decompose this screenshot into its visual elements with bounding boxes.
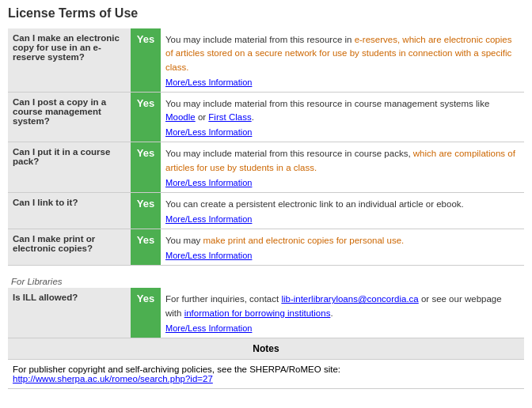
table-row: Can I link to it? Yes You can create a p… [8, 192, 524, 229]
question-cell: Can I make print or electronic copies? [8, 229, 131, 266]
notes-label: Notes [8, 338, 524, 359]
table-row: Can I put it in a course pack? Yes You m… [8, 142, 524, 193]
borrowing-link[interactable]: information for borrowing institutions [184, 308, 331, 318]
info-cell: You may make print and electronic copies… [161, 229, 524, 266]
more-less-link[interactable]: More/Less Information [165, 127, 519, 137]
table-row: Can I make an electronic copy for use in… [8, 28, 524, 92]
question-cell: Can I put it in a course pack? [8, 142, 131, 193]
yes-badge: Yes [131, 192, 161, 229]
info-text: You may make print and electronic copies… [165, 234, 519, 247]
info-cell: For further inquiries, contact lib-inter… [161, 288, 524, 338]
page-title: License Terms of Use [8, 6, 524, 21]
more-less-link[interactable]: More/Less Information [165, 214, 519, 224]
license-table: Can I make an electronic copy for use in… [8, 28, 524, 266]
yes-badge: Yes [131, 28, 161, 92]
question-cell: Can I link to it? [8, 192, 131, 229]
info-text: You may include material from this resou… [165, 97, 519, 125]
more-less-link[interactable]: More/Less Information [165, 251, 519, 260]
yes-badge: Yes [131, 229, 161, 266]
page-wrapper: License Terms of Use Can I make an elect… [0, 0, 532, 402]
more-less-link[interactable]: More/Less Information [165, 77, 519, 87]
notes-content-row: For publisher copyright and self-archivi… [8, 359, 524, 388]
yes-badge: Yes [131, 142, 161, 193]
question-cell: Can I make an electronic copy for use in… [8, 28, 131, 92]
table-row: Can I post a copy in a course management… [8, 92, 524, 142]
ill-table: Is ILL allowed? Yes For further inquirie… [8, 288, 524, 389]
info-text: You may include material from this resou… [165, 147, 519, 175]
moodle-link[interactable]: Moodle [165, 112, 196, 122]
more-less-link[interactable]: More/Less Information [165, 178, 519, 187]
more-less-link[interactable]: More/Less Information [165, 323, 519, 333]
info-cell: You may include material from this resou… [161, 142, 524, 193]
info-text: You can create a persistent electronic l… [165, 198, 519, 211]
info-text: For further inquiries, contact lib-inter… [165, 293, 519, 320]
info-cell: You can create a persistent electronic l… [161, 192, 524, 229]
sherpa-link[interactable]: http://www.sherpa.ac.uk/romeo/search.php… [13, 374, 213, 383]
section-header: For Libraries [8, 272, 524, 288]
info-cell: You may include material from this resou… [161, 28, 524, 92]
info-cell: You may include material from this resou… [161, 92, 524, 142]
yes-badge: Yes [131, 92, 161, 142]
first-class-link[interactable]: First Class [208, 112, 251, 122]
info-text: You may include material from this resou… [165, 33, 519, 74]
yes-badge: Yes [131, 288, 161, 338]
question-cell: Can I post a copy in a course management… [8, 92, 131, 142]
contact-link[interactable]: lib-interlibraryloans@concordia.ca [281, 294, 418, 304]
table-row: Is ILL allowed? Yes For further inquirie… [8, 288, 524, 338]
question-cell: Is ILL allowed? [8, 288, 131, 338]
notes-content: For publisher copyright and self-archivi… [8, 359, 524, 388]
notes-header-row: Notes [8, 338, 524, 359]
table-row: Can I make print or electronic copies? Y… [8, 229, 524, 266]
